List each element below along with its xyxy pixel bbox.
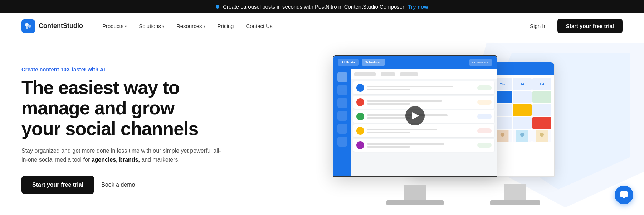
screen-tab: All Posts [338,59,359,66]
hero-description: Stay organized and get more done in less… [21,146,222,164]
post-text [367,86,474,90]
nav-actions: Sign In Start your free trial [525,19,623,33]
announcement-link[interactable]: Try now [408,4,428,10]
logo-icon [21,19,35,33]
hero-content: Create content 10X faster with AI The ea… [21,66,265,194]
status-badge [477,114,492,119]
screen-tab-2: Scheduled [362,59,385,66]
hero-visual: January 28 - May 4, 2022 Sun Mon Tue Wed… [265,53,623,207]
hero-eyebrow: Create content 10X faster with AI [21,66,265,72]
nav-item-pricing[interactable]: Pricing [213,20,239,32]
nav-item-contact[interactable]: Contact Us [241,20,277,32]
announcement-dot [216,5,219,9]
announcement-text: Create carousel posts in seconds with Po… [223,4,404,10]
avatar [356,127,364,135]
post-row [353,81,494,94]
svg-point-16 [540,133,544,137]
chat-icon [620,191,628,199]
status-badge [477,143,492,148]
nav-cta-button[interactable]: Start your free trial [557,19,623,33]
avatar [356,84,364,92]
svg-point-0 [25,23,29,27]
status-badge [477,100,492,105]
hero-demo-button[interactable]: Book a demo [101,182,135,188]
nav-item-products[interactable]: Products ▾ [97,20,132,32]
chevron-down-icon: ▾ [125,24,127,28]
nav-item-solutions[interactable]: Solutions ▾ [134,20,169,32]
announcement-bar: Create carousel posts in seconds with Po… [0,0,644,13]
logo-text: ContentStudio [39,22,83,30]
hero-section: Create content 10X faster with AI The ea… [0,39,644,214]
screens-container: January 28 - May 4, 2022 Sun Mon Tue Wed… [333,55,555,205]
svg-point-2 [26,27,28,29]
post-row [353,96,494,109]
nav-links: Products ▾ Solutions ▾ Resources ▾ Prici… [97,20,525,32]
post-row [353,139,494,152]
status-badge [477,128,492,133]
hero-title: The easiest way to manage and grow your … [21,77,265,139]
chevron-down-icon: ▾ [204,24,205,28]
monitor-base-back [490,200,540,205]
sign-in-button[interactable]: Sign In [525,20,552,32]
svg-point-12 [501,133,504,137]
screen-main-header [351,69,497,79]
screen-front-bar: All Posts Scheduled + Create Post [333,56,497,69]
avatar [356,113,364,120]
post-text [367,129,474,133]
logo[interactable]: ContentStudio [21,19,83,33]
svg-point-14 [520,133,524,137]
monitor-base-front [386,200,444,205]
hero-actions: Start your free trial Book a demo [21,176,265,194]
navbar: ContentStudio Products ▾ Solutions ▾ Res… [0,13,644,39]
play-button[interactable] [405,106,425,125]
screen-sidebar [333,69,351,176]
avatar [356,98,364,106]
status-badge [477,85,492,90]
post-text [367,143,474,148]
play-icon [412,112,419,119]
avatar [356,141,364,149]
chevron-down-icon: ▾ [162,24,164,28]
screen-main [351,69,497,176]
chat-button[interactable] [615,186,633,204]
svg-point-1 [28,25,31,28]
post-text [367,100,474,105]
nav-item-resources[interactable]: Resources ▾ [171,20,210,32]
hero-cta-button[interactable]: Start your free trial [21,176,94,194]
post-row [353,124,494,137]
screen-front: All Posts Scheduled + Create Post [333,55,497,177]
